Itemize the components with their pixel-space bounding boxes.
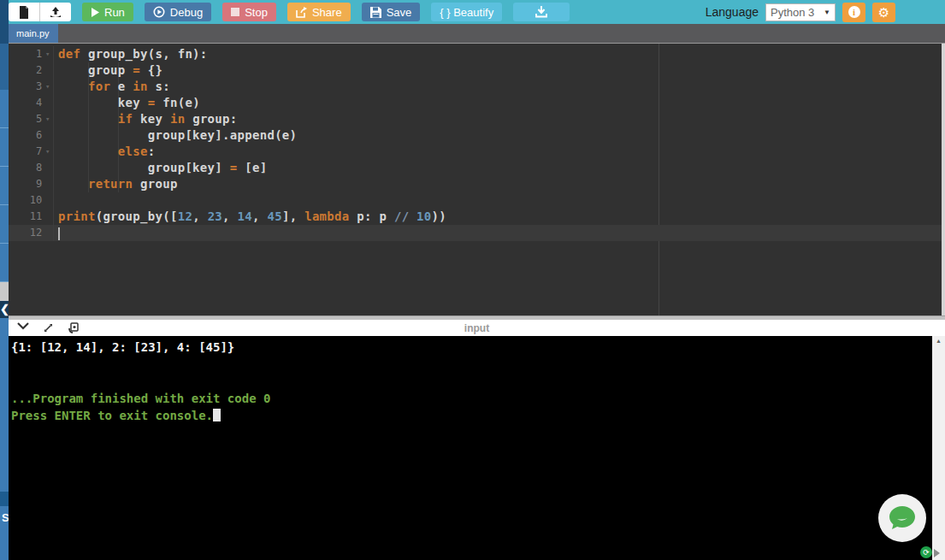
console-line: Press ENTER to exit console. xyxy=(11,407,932,424)
new-file-button[interactable] xyxy=(9,3,39,21)
toolbar-buttons: Run Debug Stop Share Save { } Beautify xyxy=(9,3,570,21)
gutter-cell[interactable]: 8 xyxy=(9,160,54,176)
editor-line[interactable]: 3▾ for e in s: xyxy=(9,79,945,95)
fold-toggle-icon[interactable]: ▾ xyxy=(42,144,53,160)
debug-button[interactable]: Debug xyxy=(145,3,211,21)
fold-toggle-icon[interactable]: ▾ xyxy=(42,111,53,127)
language-label: Language xyxy=(706,5,759,19)
editor-lines: 1▾def group_by(s, fn):2 group = {}3▾ for… xyxy=(9,46,945,241)
save-button[interactable]: Save xyxy=(362,3,421,21)
share-button[interactable]: Share xyxy=(287,3,351,21)
corner-caret-icon[interactable] xyxy=(934,549,940,557)
gutter-cell[interactable]: 6 xyxy=(9,127,54,144)
beautify-button[interactable]: { } Beautify xyxy=(431,3,502,21)
debug-icon xyxy=(153,6,165,18)
editor-line[interactable]: 10 xyxy=(9,192,945,209)
gutter-cell[interactable]: 12 xyxy=(9,225,54,241)
editor-line[interactable]: 11print(group_by([12, 23, 14, 45], lambd… xyxy=(9,209,945,225)
eco-badge-icon[interactable]: ⟳ xyxy=(920,546,932,558)
gutter-cell[interactable]: 2 xyxy=(9,62,54,79)
line-number: 2 xyxy=(9,62,42,79)
line-number: 10 xyxy=(9,192,42,209)
panel-sliver-top xyxy=(0,0,9,44)
console-line: ...Program finished with exit code 0 xyxy=(11,390,932,407)
code-line-text: key = fn(e) xyxy=(54,95,200,111)
line-number: 5 xyxy=(9,111,42,127)
code-line-text: group[key].append(e) xyxy=(54,127,297,144)
code-line-text: print(group_by([12, 23, 14, 45], lambda … xyxy=(54,209,446,225)
gutter-cell[interactable]: 4 xyxy=(9,95,54,111)
stop-button-label: Stop xyxy=(245,6,268,19)
code-line-text: def group_by(s, fn): xyxy=(54,46,208,62)
console-scrollbar[interactable]: ▲ xyxy=(932,336,945,560)
editor-line[interactable]: 4 key = fn(e) xyxy=(9,95,945,111)
open-project-button[interactable] xyxy=(40,3,71,21)
editor-scrollbar[interactable] xyxy=(942,44,945,315)
collapse-console-icon[interactable] xyxy=(17,322,29,330)
editor-line[interactable]: 8 group[key] = [e] xyxy=(9,160,945,176)
editor-line[interactable]: 7▾ else: xyxy=(9,144,945,160)
chat-widget-button[interactable] xyxy=(878,494,926,542)
beautify-button-label: { } Beautify xyxy=(440,6,493,19)
stop-icon xyxy=(231,8,239,16)
fold-spacer xyxy=(42,176,53,192)
code-line-text xyxy=(54,225,60,241)
panel-sliver-band xyxy=(0,492,9,506)
editor-line[interactable]: 2 group = {} xyxy=(9,62,945,79)
gutter-cell[interactable]: 11 xyxy=(9,209,54,225)
fold-spacer xyxy=(42,127,53,144)
tab-label: main.py xyxy=(16,28,50,38)
chevron-down-icon: ▼ xyxy=(824,9,830,16)
code-editor[interactable]: 1▾def group_by(s, fn):2 group = {}3▾ for… xyxy=(9,44,945,315)
console-line xyxy=(11,356,932,373)
gutter-cell[interactable]: 3▾ xyxy=(9,79,54,95)
download-button[interactable] xyxy=(513,3,570,21)
save-button-label: Save xyxy=(387,6,412,19)
open-upload-icon xyxy=(50,6,62,18)
code-line-text: for e in s: xyxy=(54,79,170,95)
language-select-value: Python 3 xyxy=(771,6,814,19)
code-line-text: group = {} xyxy=(54,62,162,79)
language-select[interactable]: Python 3 ▼ xyxy=(765,3,836,21)
file-button-group xyxy=(9,3,71,21)
editor-line[interactable]: 6 group[key].append(e) xyxy=(9,127,945,144)
download-icon xyxy=(535,6,547,18)
text-cursor xyxy=(58,227,60,240)
gutter-cell[interactable]: 9 xyxy=(9,176,54,192)
run-button-label: Run xyxy=(104,6,125,19)
editor-line[interactable]: 12 xyxy=(9,225,945,241)
fold-spacer xyxy=(42,225,53,241)
panel-sliver-lower xyxy=(0,318,9,492)
code-line-text: if key in group: xyxy=(54,111,238,127)
console-output[interactable]: {1: [12, 14], 2: [23], 4: [45]}...Progra… xyxy=(8,336,932,560)
panel-collapse-chevron-icon[interactable]: ❮ xyxy=(0,301,9,318)
tab-main-py[interactable]: main.py xyxy=(9,24,58,43)
line-number: 1 xyxy=(9,46,42,62)
editor-line[interactable]: 9 return group xyxy=(9,176,945,192)
debug-button-label: Debug xyxy=(170,6,203,19)
fold-spacer xyxy=(42,192,53,209)
share-button-label: Share xyxy=(312,6,342,19)
editor-line[interactable]: 5▾ if key in group: xyxy=(9,111,945,127)
line-number: 6 xyxy=(9,127,42,144)
panel-sliver-gray xyxy=(0,282,9,301)
line-number: 7 xyxy=(9,144,42,160)
line-number: 11 xyxy=(9,209,42,225)
gutter-cell[interactable]: 1▾ xyxy=(9,46,54,62)
editor-line[interactable]: 1▾def group_by(s, fn): xyxy=(9,46,945,62)
scroll-up-icon[interactable]: ▲ xyxy=(932,338,945,344)
gutter-cell[interactable]: 5▾ xyxy=(9,111,54,127)
fold-toggle-icon[interactable]: ▾ xyxy=(42,46,53,62)
settings-button[interactable]: ⚙ xyxy=(872,3,895,22)
stop-button[interactable]: Stop xyxy=(222,3,276,21)
gutter-cell[interactable]: 7▾ xyxy=(9,144,54,160)
collapsed-left-panel[interactable]: ❮ S xyxy=(0,0,9,560)
detach-console-icon[interactable] xyxy=(68,322,79,333)
gutter-cell[interactable]: 10 xyxy=(9,192,54,209)
run-button[interactable]: Run xyxy=(82,3,133,21)
line-number: 8 xyxy=(9,160,42,176)
fold-toggle-icon[interactable]: ▾ xyxy=(42,79,53,95)
new-file-icon xyxy=(19,6,29,19)
info-button[interactable]: i xyxy=(842,3,865,22)
expand-console-icon[interactable] xyxy=(43,322,54,333)
